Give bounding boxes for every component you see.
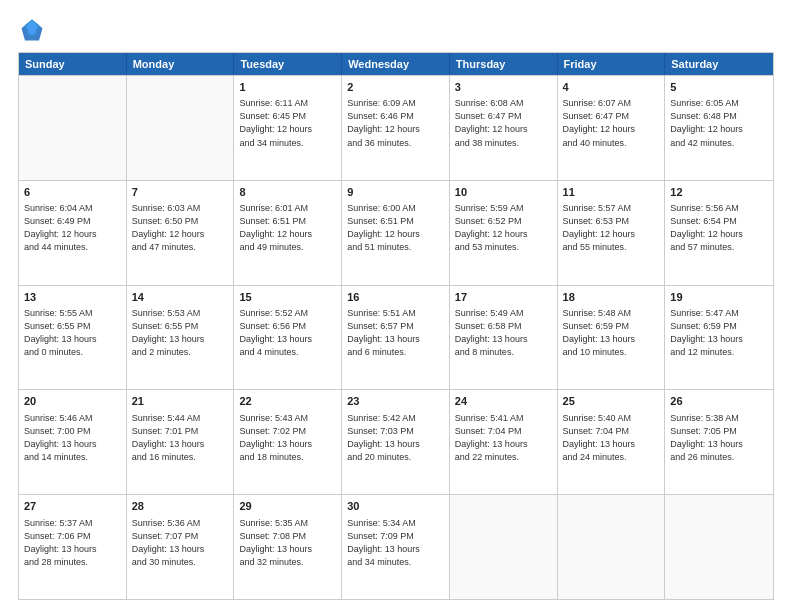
- day-cell-3: 3Sunrise: 6:08 AM Sunset: 6:47 PM Daylig…: [450, 76, 558, 180]
- week-row-0: 1Sunrise: 6:11 AM Sunset: 6:45 PM Daylig…: [19, 75, 773, 180]
- day-cell-16: 16Sunrise: 5:51 AM Sunset: 6:57 PM Dayli…: [342, 286, 450, 390]
- header-day-thursday: Thursday: [450, 53, 558, 75]
- day-number: 23: [347, 394, 444, 409]
- day-info: Sunrise: 5:37 AM Sunset: 7:06 PM Dayligh…: [24, 517, 121, 569]
- day-number: 17: [455, 290, 552, 305]
- day-info: Sunrise: 5:56 AM Sunset: 6:54 PM Dayligh…: [670, 202, 768, 254]
- header-day-friday: Friday: [558, 53, 666, 75]
- day-cell-13: 13Sunrise: 5:55 AM Sunset: 6:55 PM Dayli…: [19, 286, 127, 390]
- day-number: 25: [563, 394, 660, 409]
- day-cell-4: 4Sunrise: 6:07 AM Sunset: 6:47 PM Daylig…: [558, 76, 666, 180]
- day-cell-23: 23Sunrise: 5:42 AM Sunset: 7:03 PM Dayli…: [342, 390, 450, 494]
- day-number: 13: [24, 290, 121, 305]
- week-row-2: 13Sunrise: 5:55 AM Sunset: 6:55 PM Dayli…: [19, 285, 773, 390]
- day-info: Sunrise: 6:01 AM Sunset: 6:51 PM Dayligh…: [239, 202, 336, 254]
- day-cell-12: 12Sunrise: 5:56 AM Sunset: 6:54 PM Dayli…: [665, 181, 773, 285]
- day-cell-30: 30Sunrise: 5:34 AM Sunset: 7:09 PM Dayli…: [342, 495, 450, 599]
- day-number: 10: [455, 185, 552, 200]
- day-cell-9: 9Sunrise: 6:00 AM Sunset: 6:51 PM Daylig…: [342, 181, 450, 285]
- day-info: Sunrise: 5:36 AM Sunset: 7:07 PM Dayligh…: [132, 517, 229, 569]
- day-info: Sunrise: 5:47 AM Sunset: 6:59 PM Dayligh…: [670, 307, 768, 359]
- day-info: Sunrise: 5:49 AM Sunset: 6:58 PM Dayligh…: [455, 307, 552, 359]
- day-number: 15: [239, 290, 336, 305]
- header-day-tuesday: Tuesday: [234, 53, 342, 75]
- empty-cell-4-4: [450, 495, 558, 599]
- day-cell-8: 8Sunrise: 6:01 AM Sunset: 6:51 PM Daylig…: [234, 181, 342, 285]
- day-info: Sunrise: 5:43 AM Sunset: 7:02 PM Dayligh…: [239, 412, 336, 464]
- week-row-4: 27Sunrise: 5:37 AM Sunset: 7:06 PM Dayli…: [19, 494, 773, 599]
- day-info: Sunrise: 5:40 AM Sunset: 7:04 PM Dayligh…: [563, 412, 660, 464]
- day-number: 18: [563, 290, 660, 305]
- day-info: Sunrise: 5:34 AM Sunset: 7:09 PM Dayligh…: [347, 517, 444, 569]
- day-info: Sunrise: 5:44 AM Sunset: 7:01 PM Dayligh…: [132, 412, 229, 464]
- calendar-body: 1Sunrise: 6:11 AM Sunset: 6:45 PM Daylig…: [19, 75, 773, 599]
- day-number: 24: [455, 394, 552, 409]
- day-info: Sunrise: 6:07 AM Sunset: 6:47 PM Dayligh…: [563, 97, 660, 149]
- day-info: Sunrise: 6:11 AM Sunset: 6:45 PM Dayligh…: [239, 97, 336, 149]
- day-cell-5: 5Sunrise: 6:05 AM Sunset: 6:48 PM Daylig…: [665, 76, 773, 180]
- day-number: 28: [132, 499, 229, 514]
- day-number: 3: [455, 80, 552, 95]
- day-info: Sunrise: 6:00 AM Sunset: 6:51 PM Dayligh…: [347, 202, 444, 254]
- day-info: Sunrise: 6:09 AM Sunset: 6:46 PM Dayligh…: [347, 97, 444, 149]
- day-info: Sunrise: 6:05 AM Sunset: 6:48 PM Dayligh…: [670, 97, 768, 149]
- day-cell-26: 26Sunrise: 5:38 AM Sunset: 7:05 PM Dayli…: [665, 390, 773, 494]
- day-cell-14: 14Sunrise: 5:53 AM Sunset: 6:55 PM Dayli…: [127, 286, 235, 390]
- day-info: Sunrise: 5:41 AM Sunset: 7:04 PM Dayligh…: [455, 412, 552, 464]
- day-cell-19: 19Sunrise: 5:47 AM Sunset: 6:59 PM Dayli…: [665, 286, 773, 390]
- logo-icon: [18, 16, 46, 44]
- day-cell-2: 2Sunrise: 6:09 AM Sunset: 6:46 PM Daylig…: [342, 76, 450, 180]
- day-info: Sunrise: 5:55 AM Sunset: 6:55 PM Dayligh…: [24, 307, 121, 359]
- day-cell-20: 20Sunrise: 5:46 AM Sunset: 7:00 PM Dayli…: [19, 390, 127, 494]
- day-info: Sunrise: 5:52 AM Sunset: 6:56 PM Dayligh…: [239, 307, 336, 359]
- day-cell-21: 21Sunrise: 5:44 AM Sunset: 7:01 PM Dayli…: [127, 390, 235, 494]
- day-cell-17: 17Sunrise: 5:49 AM Sunset: 6:58 PM Dayli…: [450, 286, 558, 390]
- day-info: Sunrise: 5:46 AM Sunset: 7:00 PM Dayligh…: [24, 412, 121, 464]
- header-day-wednesday: Wednesday: [342, 53, 450, 75]
- day-number: 21: [132, 394, 229, 409]
- day-info: Sunrise: 5:48 AM Sunset: 6:59 PM Dayligh…: [563, 307, 660, 359]
- day-info: Sunrise: 6:04 AM Sunset: 6:49 PM Dayligh…: [24, 202, 121, 254]
- empty-cell-0-1: [127, 76, 235, 180]
- day-number: 26: [670, 394, 768, 409]
- day-number: 5: [670, 80, 768, 95]
- empty-cell-0-0: [19, 76, 127, 180]
- day-cell-29: 29Sunrise: 5:35 AM Sunset: 7:08 PM Dayli…: [234, 495, 342, 599]
- header-day-saturday: Saturday: [665, 53, 773, 75]
- day-number: 11: [563, 185, 660, 200]
- day-cell-27: 27Sunrise: 5:37 AM Sunset: 7:06 PM Dayli…: [19, 495, 127, 599]
- day-info: Sunrise: 5:59 AM Sunset: 6:52 PM Dayligh…: [455, 202, 552, 254]
- day-cell-24: 24Sunrise: 5:41 AM Sunset: 7:04 PM Dayli…: [450, 390, 558, 494]
- day-cell-7: 7Sunrise: 6:03 AM Sunset: 6:50 PM Daylig…: [127, 181, 235, 285]
- day-cell-25: 25Sunrise: 5:40 AM Sunset: 7:04 PM Dayli…: [558, 390, 666, 494]
- day-info: Sunrise: 5:51 AM Sunset: 6:57 PM Dayligh…: [347, 307, 444, 359]
- header: [18, 16, 774, 44]
- calendar-header-row: SundayMondayTuesdayWednesdayThursdayFrid…: [19, 53, 773, 75]
- day-cell-10: 10Sunrise: 5:59 AM Sunset: 6:52 PM Dayli…: [450, 181, 558, 285]
- day-cell-28: 28Sunrise: 5:36 AM Sunset: 7:07 PM Dayli…: [127, 495, 235, 599]
- day-cell-22: 22Sunrise: 5:43 AM Sunset: 7:02 PM Dayli…: [234, 390, 342, 494]
- day-number: 19: [670, 290, 768, 305]
- day-number: 30: [347, 499, 444, 514]
- day-info: Sunrise: 6:08 AM Sunset: 6:47 PM Dayligh…: [455, 97, 552, 149]
- empty-cell-4-6: [665, 495, 773, 599]
- day-number: 12: [670, 185, 768, 200]
- day-number: 6: [24, 185, 121, 200]
- day-number: 16: [347, 290, 444, 305]
- day-cell-11: 11Sunrise: 5:57 AM Sunset: 6:53 PM Dayli…: [558, 181, 666, 285]
- day-cell-15: 15Sunrise: 5:52 AM Sunset: 6:56 PM Dayli…: [234, 286, 342, 390]
- day-cell-1: 1Sunrise: 6:11 AM Sunset: 6:45 PM Daylig…: [234, 76, 342, 180]
- day-number: 2: [347, 80, 444, 95]
- day-cell-6: 6Sunrise: 6:04 AM Sunset: 6:49 PM Daylig…: [19, 181, 127, 285]
- logo: [18, 16, 50, 44]
- day-number: 29: [239, 499, 336, 514]
- day-number: 9: [347, 185, 444, 200]
- day-info: Sunrise: 5:38 AM Sunset: 7:05 PM Dayligh…: [670, 412, 768, 464]
- page: SundayMondayTuesdayWednesdayThursdayFrid…: [0, 0, 792, 612]
- header-day-monday: Monday: [127, 53, 235, 75]
- empty-cell-4-5: [558, 495, 666, 599]
- day-info: Sunrise: 5:57 AM Sunset: 6:53 PM Dayligh…: [563, 202, 660, 254]
- day-number: 20: [24, 394, 121, 409]
- day-number: 27: [24, 499, 121, 514]
- day-info: Sunrise: 5:35 AM Sunset: 7:08 PM Dayligh…: [239, 517, 336, 569]
